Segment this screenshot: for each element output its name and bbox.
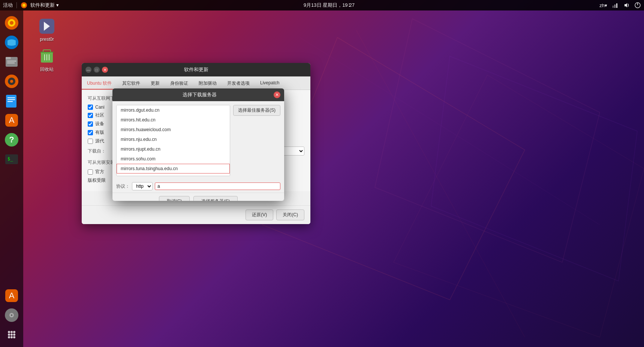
server-item-nju[interactable]: mirrors.nju.edu.cn <box>117 135 230 144</box>
maximize-button[interactable]: □ <box>94 67 100 73</box>
activities-label[interactable]: 活动 <box>3 2 13 9</box>
dock-item-software-updater[interactable]: A <box>3 287 20 304</box>
svg-point-16 <box>10 21 13 25</box>
dock-item-appstore[interactable]: A <box>3 112 20 129</box>
datetime-label: 9月13日 星期日，19∶27 <box>304 2 355 9</box>
protocol-label: 协议： <box>116 183 130 190</box>
server-item-sohu[interactable]: mirrors.sohu.com <box>117 154 230 164</box>
dock-item-rhythmbox[interactable] <box>3 73 20 90</box>
protocol-row: 协议： http <box>112 180 284 193</box>
official-checkbox[interactable] <box>88 169 93 175</box>
dock-item-dvd[interactable] <box>3 307 20 324</box>
tab-developer-options[interactable]: 开发者选项 <box>222 78 255 90</box>
svg-text:?: ? <box>9 135 14 144</box>
prest0r-icon <box>38 17 56 35</box>
svg-rect-8 <box>613 6 614 8</box>
svg-rect-9 <box>614 4 616 8</box>
server-item-dgut[interactable]: mirrors.dgut.edu.cn <box>117 105 230 115</box>
lang-label[interactable]: zh▾ <box>599 3 607 8</box>
app-footer: 还原(V) 关闭(C) <box>82 205 310 224</box>
desktop-icon-prest0r[interactable]: prest0r <box>32 17 62 42</box>
desktop-icon-recycle-bin[interactable]: 回收站 <box>32 47 62 73</box>
server-list-container: mirrors.dgut.edu.cn mirrors.hit.edu.cn m… <box>112 101 284 180</box>
server-item-hit[interactable]: mirrors.hit.edu.cn <box>117 115 230 125</box>
tab-additional-drivers[interactable]: 附加驱动 <box>193 78 222 90</box>
cancel-button[interactable]: 取消(C) <box>159 196 190 201</box>
network-icon[interactable] <box>612 2 619 9</box>
dock-item-apps-grid[interactable] <box>3 326 20 343</box>
canonical-label: Cani <box>95 105 105 110</box>
svg-rect-19 <box>6 57 11 59</box>
dialog-titlebar: 选择下载服务器 ✕ <box>112 88 284 101</box>
svg-rect-27 <box>7 99 15 100</box>
dock-item-thunderbird[interactable] <box>3 34 20 51</box>
svg-rect-26 <box>7 97 15 98</box>
svg-point-48 <box>13 336 15 338</box>
server-item-tsinghua[interactable]: mirrors.tuna.tsinghua.edu.cn <box>117 164 230 174</box>
tab-livepatch[interactable]: Livepatch <box>255 78 285 90</box>
firefox-dock-icon <box>4 16 19 30</box>
svg-marker-5 <box>394 75 644 337</box>
rhythmbox-dock-icon <box>4 74 19 88</box>
app-tabs: Ubuntu 软件 其它软件 更新 身份验证 附加驱动 开发者选项 Livepa… <box>82 76 310 90</box>
dock-item-libreoffice[interactable] <box>3 92 20 109</box>
svg-marker-2 <box>431 56 637 281</box>
svg-point-44 <box>10 334 13 336</box>
dock-item-terminal[interactable]: $_ <box>3 151 20 168</box>
close-window-button[interactable]: 关闭(C) <box>276 209 304 220</box>
community-checkbox[interactable] <box>88 113 93 118</box>
svg-text:A: A <box>9 115 15 125</box>
tab-updates[interactable]: 更新 <box>145 78 165 90</box>
server-btn-panel: 选择最佳服务器(S) <box>230 105 280 176</box>
svg-line-3 <box>356 30 525 337</box>
dock-item-files[interactable] <box>3 53 20 70</box>
sound-icon[interactable] <box>623 2 630 9</box>
svg-point-43 <box>8 334 10 336</box>
server-list[interactable]: mirrors.dgut.edu.cn mirrors.hit.edu.cn m… <box>116 105 230 176</box>
dock-item-help[interactable]: ? <box>3 131 20 148</box>
minimize-button[interactable]: — <box>85 67 91 73</box>
tab-authentication[interactable]: 身份验证 <box>165 78 193 90</box>
dialog-close-button[interactable]: ✕ <box>274 91 280 98</box>
download-from-label: 下载自： <box>88 148 110 154</box>
dvd-dock-icon <box>4 308 19 322</box>
protocol-select[interactable]: http <box>132 182 153 190</box>
source-label: 源代 <box>95 138 104 144</box>
software-updater-dock-icon: A <box>4 289 19 303</box>
terminal-dock-icon: $_ <box>4 152 19 166</box>
server-item-huaweicloud[interactable]: mirrors.huaweicloud.com <box>117 125 230 135</box>
libreoffice-dock-icon <box>4 94 19 108</box>
proprietary-checkbox[interactable] <box>88 121 93 127</box>
dock-item-firefox[interactable] <box>3 14 20 31</box>
dialog-title: 选择下载服务器 <box>125 91 274 98</box>
updates-label: 有版 <box>95 129 104 136</box>
svg-point-39 <box>11 314 12 316</box>
official-label: 官方 <box>95 169 104 175</box>
power-icon[interactable] <box>634 2 641 9</box>
tab-ubuntu-software[interactable]: Ubuntu 软件 <box>82 78 117 90</box>
svg-point-24 <box>10 80 13 83</box>
select-server-dialog: 选择下载服务器 ✕ mirrors.dgut.edu.cn mirrors.hi… <box>112 88 284 201</box>
svg-rect-21 <box>7 63 15 63</box>
taskbar-top: 活动 软件和更新 ▾ 9月13日 星期日，19∶27 zh▾ <box>0 0 644 10</box>
proprietary-label: 设备 <box>95 121 104 127</box>
taskbar-right: zh▾ <box>599 2 644 9</box>
svg-point-46 <box>8 336 10 338</box>
svg-text:$_: $_ <box>7 156 13 162</box>
updates-main-checkbox[interactable] <box>88 130 93 135</box>
server-item-njupt[interactable]: mirrors.njupt.edu.cn <box>117 144 230 154</box>
source-checkbox[interactable] <box>88 139 93 144</box>
canonical-checkbox[interactable] <box>88 105 93 110</box>
window-close-button[interactable]: ✕ <box>102 67 108 73</box>
apps-grid-dock-icon <box>4 328 19 342</box>
server-item-ustc[interactable]: mirrors.ustc.edu.cn <box>117 174 230 176</box>
tab-other-software[interactable]: 其它软件 <box>117 78 145 90</box>
svg-marker-1 <box>375 19 600 262</box>
server-address-input[interactable] <box>155 182 280 190</box>
best-server-button[interactable]: 选择最佳服务器(S) <box>233 105 280 116</box>
app-menu-label[interactable]: 软件和更新 ▾ <box>30 2 59 9</box>
prest0r-label: prest0r <box>40 37 54 42</box>
restore-button[interactable]: 还原(V) <box>246 209 273 220</box>
select-server-button[interactable]: 选择服务器(S) <box>193 196 238 201</box>
dock-bottom: A <box>0 287 23 343</box>
